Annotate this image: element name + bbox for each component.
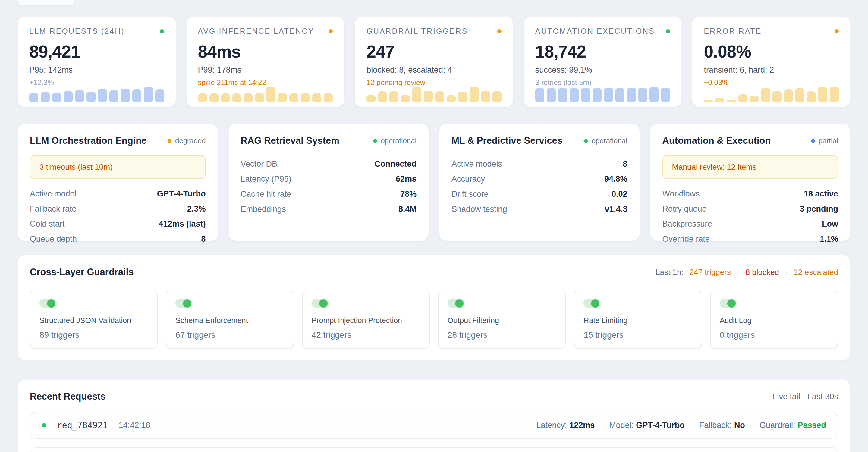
- toggle-knob: [47, 299, 56, 308]
- metric-label: Queue depth: [30, 234, 77, 244]
- request-time: 14:42:18: [119, 421, 150, 430]
- alert-banner: Manual review: 12 items: [662, 155, 838, 179]
- status-badge-label: operational: [592, 136, 627, 145]
- metric-row: Workflows 18 active: [662, 186, 838, 201]
- kpi-note: +12.3%: [29, 78, 164, 87]
- metric-row: Backpressure Low: [662, 216, 838, 231]
- guardrails-summary-triggers: 247 triggers: [689, 267, 731, 277]
- guardrail-card-json-validation: Structured JSON Validation 89 triggers: [30, 290, 158, 349]
- guardrail-trigger-count: 0 triggers: [720, 330, 829, 340]
- metric-label: Fallback rate: [30, 204, 76, 214]
- request-row[interactable]: req_784921 14:42:18 Latency:122ms Model:…: [30, 412, 838, 439]
- status-dot-icon: [835, 29, 839, 33]
- toggle-switch[interactable]: [39, 299, 56, 308]
- toggle-switch[interactable]: [176, 299, 192, 308]
- guardrails-panel: Cross-Layer Guardrails Last 1h: 247 trig…: [18, 255, 850, 361]
- toggle-switch[interactable]: [720, 299, 737, 308]
- status-dot-icon: [584, 139, 588, 143]
- guardrails-title: Cross-Layer Guardrails: [30, 267, 134, 278]
- request-list: req_784921 14:42:18 Latency:122ms Model:…: [30, 412, 838, 452]
- separator-dot: ·: [737, 267, 740, 277]
- kpi-note: 12 pending review: [367, 78, 501, 87]
- guardrail-trigger-count: 89 triggers: [39, 330, 148, 340]
- kpi-label: AVG INFERENCE LATENCY: [198, 27, 314, 36]
- metric-row: Vector DB Connected: [241, 156, 417, 171]
- guardrail-trigger-count: 67 triggers: [176, 330, 284, 340]
- guardrail-card-audit-log: Audit Log 0 triggers: [710, 290, 838, 349]
- guardrail-label: Rate Limiting: [584, 316, 692, 325]
- metric-row: Override rate 1.1%: [662, 231, 838, 247]
- status-dot-icon: [373, 139, 377, 143]
- guardrails-summary: Last 1h: 247 triggers · 8 blocked · 12 e…: [655, 267, 838, 277]
- status-dot-icon: [497, 29, 501, 33]
- metric-value: 8: [623, 159, 627, 169]
- metric-value: 2.3%: [187, 204, 206, 214]
- guardrail-trigger-count: 42 triggers: [312, 330, 421, 340]
- metric-value: Low: [822, 219, 838, 229]
- metric-value: 0.02: [612, 190, 627, 199]
- metric-label: Retry queue: [662, 204, 707, 214]
- metric-label: Active model: [30, 189, 76, 199]
- metric-value: 412ms (last): [158, 219, 206, 229]
- metric-label: Backpressure: [662, 219, 712, 229]
- metric-row: Queue depth 8: [30, 231, 206, 247]
- metric-label: Cache hit rate: [241, 190, 291, 199]
- guardrail-trigger-count: 28 triggers: [447, 330, 556, 340]
- kpi-subtext: P99: 178ms: [198, 65, 333, 75]
- guardrail-card-rate-limiting: Rate Limiting 15 triggers: [574, 290, 702, 349]
- status-card-title: Automation & Execution: [662, 135, 771, 146]
- toggle-switch[interactable]: [584, 299, 600, 308]
- metric-label: Drift score: [452, 190, 489, 199]
- request-guardrail: Guardrail:Passed: [760, 421, 826, 430]
- metric-row: Latency (P95) 62ms: [241, 171, 417, 187]
- kpi-subtext: success: 99.1%: [535, 65, 670, 75]
- status-card-rag-retrieval: RAG Retrieval System operational Vector …: [228, 124, 429, 241]
- guardrails-summary-blocked: 8 blocked: [746, 267, 779, 277]
- metric-value: 8: [201, 234, 206, 244]
- guardrail-cards: Structured JSON Validation 89 triggers S…: [30, 290, 838, 349]
- metric-value: 94.8%: [604, 174, 627, 184]
- toggle-switch[interactable]: [312, 299, 329, 308]
- status-row: LLM Orchestration Engine degraded 3 time…: [18, 124, 850, 241]
- sparkline-chart: [367, 87, 501, 102]
- live-tail-label: Live tail · Last 30s: [772, 392, 838, 401]
- status-card-title: LLM Orchestration Engine: [30, 135, 147, 146]
- status-dot-icon: [329, 29, 333, 33]
- metric-value: GPT-4-Turbo: [157, 189, 206, 199]
- status-badge: partial: [811, 136, 838, 145]
- metric-row: Shadow testing v1.4.3: [452, 202, 627, 217]
- kpi-subtext: blocked: 8, escalated: 4: [367, 65, 501, 75]
- kpi-subtext: transient: 6, hard: 2: [704, 65, 839, 75]
- sparkline-chart: [704, 87, 839, 102]
- kpi-label: LLM REQUESTS (24H): [29, 27, 125, 36]
- toggle-knob: [319, 299, 328, 308]
- guardrail-card-output-filtering: Output Filtering 28 triggers: [438, 290, 566, 349]
- guardrails-summary-escalated: 12 escalated: [794, 267, 838, 277]
- browser-tab-fragment: [18, 0, 75, 6]
- kpi-card-inference-latency: AVG INFERENCE LATENCY 84ms P99: 178ms sp…: [186, 16, 345, 107]
- guardrail-card-prompt-injection: Prompt Injection Protection 42 triggers: [302, 290, 430, 349]
- metric-row: Drift score 0.02: [452, 187, 627, 202]
- request-row[interactable]: req_784920 14:42:15 Latency:311ms Model:…: [30, 447, 838, 452]
- guardrails-summary-prefix: Last 1h:: [655, 267, 684, 277]
- metric-label: Override rate: [662, 234, 710, 244]
- kpi-row: LLM REQUESTS (24H) 89,421 P95: 142ms +12…: [18, 16, 850, 107]
- kpi-label: ERROR RATE: [704, 27, 762, 36]
- toggle-switch[interactable]: [447, 299, 464, 308]
- status-badge-label: degraded: [175, 136, 206, 145]
- metric-label: Embeddings: [241, 204, 286, 214]
- guardrail-trigger-count: 15 triggers: [584, 330, 692, 340]
- kpi-value: 0.08%: [704, 41, 839, 62]
- request-status-dot-icon: [42, 423, 46, 427]
- alert-banner: 3 timeouts (last 10m): [30, 155, 206, 179]
- kpi-card-llm-requests: LLM REQUESTS (24H) 89,421 P95: 142ms +12…: [18, 16, 176, 107]
- metric-value: 62ms: [396, 174, 416, 184]
- kpi-value: 18,742: [535, 41, 670, 62]
- metric-label: Workflows: [662, 189, 700, 199]
- metric-label: Latency (P95): [241, 174, 291, 184]
- kpi-subtext: P95: 142ms: [29, 65, 164, 75]
- request-model: Model:GPT-4-Turbo: [609, 421, 685, 430]
- sparkline-chart: [198, 87, 333, 102]
- status-dot-icon: [160, 29, 164, 33]
- kpi-card-automation-executions: AUTOMATION EXECUTIONS 18,742 success: 99…: [524, 16, 682, 107]
